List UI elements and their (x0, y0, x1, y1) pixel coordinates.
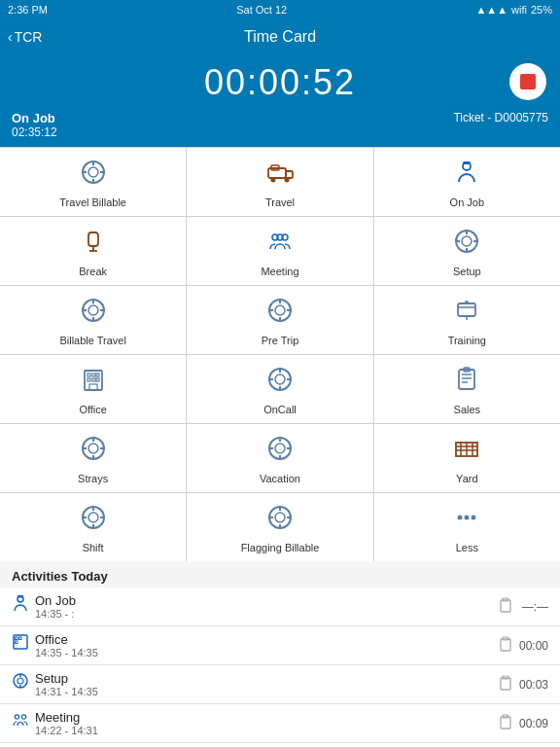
activity-cell-travel[interactable]: Travel (187, 148, 372, 216)
list-time-act3: 14:31 - 14:35 (35, 686, 98, 697)
activity-icon-pre-trip (266, 297, 294, 331)
activity-label-pre-trip: Pre Trip (262, 335, 299, 346)
activity-icon-setup (453, 228, 480, 262)
signal-icon: ▲▲▲ (475, 4, 508, 16)
activity-cell-less[interactable]: Less (374, 493, 560, 561)
activity-label-office: Office (79, 404, 107, 415)
svg-rect-43 (92, 374, 95, 376)
svg-point-92 (472, 515, 476, 519)
svg-rect-12 (463, 161, 471, 164)
activity-cell-strays[interactable]: Strays (0, 424, 186, 492)
activity-icon-shift (80, 504, 107, 538)
activity-label-setup: Setup (453, 266, 481, 277)
activity-icon-strays (80, 435, 107, 469)
activity-label-travel: Travel (265, 196, 295, 208)
current-status-label: On Job (12, 111, 57, 125)
info-bar: On Job 02:35:12 Ticket - D0005775 (0, 109, 560, 147)
svg-rect-101 (501, 639, 510, 651)
svg-rect-98 (16, 637, 18, 640)
elapsed-time: 02:35:12 (12, 125, 57, 139)
list-duration-act4: 00:09 (517, 717, 548, 730)
activity-list-item-act2[interactable]: Office14:35 - 14:3500:00 (0, 626, 560, 665)
activity-icon-meeting (266, 228, 294, 262)
activity-cell-training[interactable]: Training (374, 286, 560, 354)
clipboard-icon-act2[interactable] (498, 636, 513, 655)
list-name-act1: On Job (35, 593, 76, 608)
activity-icon-travel (266, 159, 294, 193)
svg-point-32 (275, 305, 285, 315)
list-time-act1: 14:35 - : (35, 608, 76, 620)
activities-title: Activities Today (12, 569, 108, 584)
svg-point-67 (275, 444, 285, 453)
svg-point-109 (15, 715, 18, 719)
svg-point-90 (458, 515, 463, 519)
clipboard-icon-act1[interactable] (498, 597, 513, 616)
list-name-act3: Setup (35, 671, 98, 686)
activity-cell-flagging-billable[interactable]: Flagging Billable (187, 493, 372, 561)
svg-point-50 (275, 374, 285, 384)
activity-cell-setup[interactable]: Setup (374, 217, 560, 285)
activity-list-item-act3[interactable]: Setup14:31 - 14:3500:03 (0, 665, 560, 704)
activity-cell-on-job[interactable]: On Job (374, 148, 560, 216)
info-left: On Job 02:35:12 (12, 111, 57, 139)
stop-icon (520, 74, 536, 89)
activity-label-sales: Sales (454, 404, 481, 415)
clipboard-icon-act3[interactable] (498, 675, 513, 694)
svg-rect-46 (92, 378, 95, 381)
activity-list-item-act4[interactable]: Meeting14:22 - 14:3100:09 (0, 704, 560, 743)
list-duration-act2: 00:00 (517, 639, 548, 653)
activity-cell-billable-travel[interactable]: Billable Travel (0, 286, 186, 354)
activity-label-vacation: Vacation (260, 473, 300, 484)
activity-cell-pre-trip[interactable]: Pre Trip (187, 286, 372, 354)
list-duration-act3: 00:03 (517, 678, 548, 692)
activity-icon-on-job (453, 159, 480, 193)
svg-rect-13 (88, 232, 98, 246)
activity-cell-sales[interactable]: Sales (374, 355, 560, 423)
stop-button[interactable] (509, 63, 546, 100)
activities-today-header: Activities Today (0, 561, 560, 587)
status-right: ▲▲▲ wifi 25% (475, 4, 552, 16)
activity-cell-vacation[interactable]: Vacation (187, 424, 372, 492)
list-name-act2: Office (35, 632, 98, 647)
list-icon-act3 (12, 672, 29, 694)
activity-label-break: Break (79, 266, 107, 277)
nav-bar: ‹ TCR Time Card (0, 19, 560, 54)
svg-rect-45 (88, 378, 90, 381)
svg-point-26 (88, 305, 98, 315)
activity-icon-break (80, 228, 107, 262)
activity-cell-break[interactable]: Break (0, 217, 186, 285)
activity-label-on-job: On Job (450, 196, 484, 208)
activity-cell-oncall[interactable]: OnCall (187, 355, 372, 423)
activity-cell-yard[interactable]: Yard (374, 424, 560, 492)
activity-list-item-act5[interactable]: Travel13:51 - 13:5700:05 (0, 743, 560, 747)
list-time-act2: 14:35 - 14:35 (35, 647, 98, 658)
svg-rect-100 (16, 641, 18, 644)
activity-label-training: Training (448, 335, 486, 346)
activity-icon-office (80, 366, 107, 400)
clipboard-icon-act4[interactable] (498, 714, 513, 732)
activity-label-strays: Strays (78, 473, 108, 484)
list-icon-act1 (12, 594, 29, 616)
activity-list-item-act1[interactable]: On Job14:35 - :—:— (0, 587, 560, 626)
activity-label-meeting: Meeting (261, 266, 298, 277)
activity-icon-training (453, 297, 480, 331)
activity-cell-shift[interactable]: Shift (0, 493, 186, 561)
back-button[interactable]: ‹ TCR (8, 29, 42, 45)
svg-rect-44 (96, 374, 99, 376)
svg-rect-55 (459, 370, 474, 389)
list-icon-act2 (12, 633, 29, 655)
activity-label-yard: Yard (456, 473, 477, 484)
activity-icon-billable-travel (80, 297, 107, 331)
status-time: 2:36 PM (8, 4, 48, 16)
page-title: Time Card (244, 28, 316, 46)
svg-rect-111 (501, 717, 510, 729)
chevron-left-icon: ‹ (8, 29, 13, 45)
activity-icon-less (453, 504, 480, 538)
activity-cell-office[interactable]: Office (0, 355, 186, 423)
activity-cell-travel-billable[interactable]: Travel Billable (0, 148, 186, 216)
activity-label-less: Less (456, 542, 478, 553)
svg-point-39 (465, 301, 469, 304)
list-icon-act4 (12, 711, 29, 732)
activity-cell-meeting[interactable]: Meeting (187, 217, 372, 285)
svg-rect-47 (96, 378, 99, 381)
